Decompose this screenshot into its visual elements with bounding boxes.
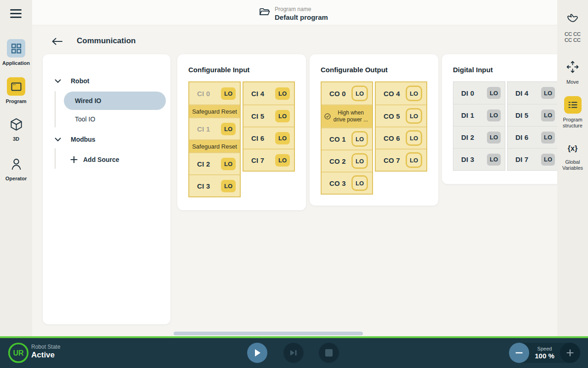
io-cell-co6: CO 6LO — [376, 126, 426, 149]
io-cell-co4: CO 4LO — [376, 82, 426, 104]
io-label: DI 7 — [515, 155, 528, 163]
add-source-button[interactable]: Add Source — [43, 154, 170, 165]
io-cell-ci1: CI 1LO — [189, 117, 240, 139]
horizontal-scrollbar[interactable] — [174, 332, 363, 335]
io-cell-ci5: CI 5LO — [243, 104, 294, 126]
robot-state-value: Active — [31, 351, 55, 360]
sidebar-item-application[interactable]: Application — [0, 39, 32, 66]
program-selector[interactable]: Program name Default program — [259, 6, 328, 21]
io-state-badge[interactable]: LO — [406, 152, 422, 168]
chevron-down-icon — [55, 138, 61, 142]
stop-icon — [325, 349, 333, 356]
io-column: CO 0LOHigh when drive power ...CO 1LOCO … — [321, 81, 373, 195]
io-state-badge: LO — [221, 87, 236, 100]
io-state-badge: LO — [487, 154, 501, 166]
tree-item-wired-io[interactable]: Wired IO — [64, 92, 166, 110]
sidebar-item-label: Program — [6, 98, 26, 104]
io-state-badge: LO — [541, 109, 555, 121]
io-label: DI 4 — [515, 89, 528, 97]
io-label: CI 7 — [251, 156, 264, 164]
sidebar-item-label: Move — [566, 79, 579, 85]
skip-forward-icon — [289, 349, 298, 356]
io-state-badge[interactable]: LO — [351, 153, 368, 169]
io-label: CI 0 — [197, 90, 210, 98]
skip-forward-button[interactable] — [283, 343, 304, 363]
io-state-badge: LO — [275, 110, 290, 122]
io-state-badge[interactable]: LO — [351, 175, 368, 191]
plus-icon — [566, 349, 574, 357]
io-state-badge[interactable]: LO — [351, 86, 368, 101]
sidebar-item-program[interactable]: Program — [0, 77, 32, 104]
sidebar-item-freedrive[interactable]: CC CC CC CC — [557, 13, 588, 43]
speed-decrease-button[interactable] — [509, 343, 529, 363]
io-cell-di0: DI 0LO — [453, 82, 505, 104]
play-icon — [253, 348, 261, 357]
sidebar-item-label: CC CC CC CC — [564, 31, 582, 43]
card-title: Configurable Input — [188, 66, 249, 74]
io-cell-di2: DI 2LO — [453, 126, 505, 148]
hamburger-menu-icon[interactable] — [10, 9, 22, 18]
io-state-badge: LO — [275, 154, 290, 167]
io-state-badge[interactable]: LO — [406, 108, 422, 124]
operator-person-icon — [7, 155, 25, 173]
io-state-badge[interactable]: LO — [406, 130, 422, 146]
program-name-label: Program name — [275, 6, 328, 12]
io-state-badge[interactable]: LO — [406, 86, 422, 101]
io-label: CI 2 — [197, 160, 210, 168]
tree-item-tool-io[interactable]: Tool IO — [43, 114, 170, 125]
io-state-badge: LO — [541, 132, 555, 144]
io-state-badge[interactable]: LO — [351, 131, 368, 147]
io-cell-di1: DI 1LO — [453, 104, 505, 126]
io-label: CO 4 — [384, 90, 400, 98]
sidebar-item-program-structure[interactable]: Program structure — [557, 96, 588, 129]
tree-group-modbus[interactable]: Modbus — [43, 134, 170, 145]
io-cell-ci7: CI 7LO — [243, 149, 294, 171]
minus-icon — [515, 349, 523, 357]
program-structure-list-icon — [564, 96, 582, 114]
sidebar-item-label: Global Variables — [559, 159, 587, 171]
polyscope-app: Application Program 3D — [0, 0, 588, 368]
configurable-input-card: Configurable Input CI 0LOSafeguard Reset… — [177, 54, 306, 210]
io-label: CO 3 — [329, 179, 346, 187]
folder-open-icon — [259, 7, 270, 17]
io-note-text: High when drive power ... — [333, 109, 369, 123]
stop-button[interactable] — [319, 343, 339, 363]
io-label: DI 3 — [461, 155, 474, 163]
sidebar-item-3d[interactable]: 3D — [0, 115, 32, 142]
io-column: CI 0LOSafeguard ResetCI 1LOSafeguard Res… — [188, 81, 241, 197]
sidebar-item-operator[interactable]: Operator — [0, 155, 32, 181]
sidebar-item-move[interactable]: Move — [557, 61, 588, 85]
io-cell-co3: CO 3LO — [322, 172, 372, 194]
speed-readout: Speed 100 % — [529, 343, 560, 363]
io-state-badge: LO — [275, 132, 290, 144]
main-area: Program name Default program Communicati… — [32, 0, 557, 336]
io-state-badge: LO — [221, 123, 236, 135]
cube-3d-icon — [7, 115, 25, 133]
io-cell-co0: CO 0LO — [322, 82, 372, 104]
sidebar-item-label: Application — [2, 60, 30, 66]
io-source-tree-panel: Robot Wired IO Tool IO Modbus Add Source — [43, 54, 170, 324]
tree-group-robot[interactable]: Robot — [43, 75, 170, 86]
io-label: CO 5 — [384, 112, 400, 120]
back-button[interactable] — [51, 36, 65, 47]
sidebar-item-label: 3D — [13, 136, 19, 142]
io-state-badge: LO — [275, 87, 290, 100]
sidebar-item-global-variables[interactable]: {x} Global Variables — [557, 144, 588, 171]
card-title: Configurable Output — [321, 66, 388, 74]
speed-increase-button[interactable] — [560, 343, 580, 363]
left-sidebar: Application Program 3D — [0, 0, 32, 336]
bottom-bar: UR Robot State Active Speed 100 % — [0, 338, 588, 368]
io-cell-di7: DI 7LO — [508, 148, 557, 170]
play-button[interactable] — [247, 343, 267, 363]
io-note: High when drive power ... — [322, 104, 372, 127]
page-title: Communication — [77, 36, 136, 46]
svg-text:UR: UR — [13, 349, 24, 357]
speed-control: Speed 100 % — [509, 343, 580, 363]
io-label: CI 5 — [251, 112, 264, 120]
io-label: DI 6 — [515, 133, 528, 141]
configurable-output-card: Configurable Output CO 0LOHigh when driv… — [310, 54, 438, 206]
io-state-badge: LO — [221, 180, 236, 192]
io-state-badge: LO — [487, 87, 501, 99]
io-label: CO 1 — [329, 135, 346, 143]
io-note: Safeguard Reset — [189, 104, 240, 117]
